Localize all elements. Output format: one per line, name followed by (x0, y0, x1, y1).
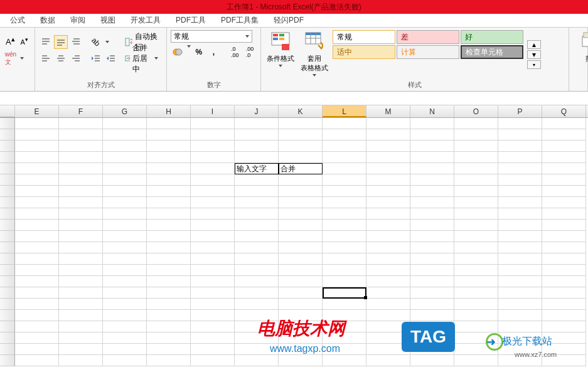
cell[interactable] (366, 355, 410, 366)
cell[interactable] (410, 355, 454, 366)
decrease-indent-button[interactable] (89, 51, 103, 65)
row-header[interactable] (0, 129, 15, 141)
row-header[interactable] (0, 141, 15, 152)
cell[interactable] (191, 231, 235, 242)
cell[interactable] (59, 208, 103, 220)
cell[interactable] (59, 299, 103, 310)
cell[interactable] (410, 152, 454, 163)
cell[interactable] (542, 186, 586, 197)
cell[interactable] (279, 253, 323, 265)
cell[interactable] (323, 208, 366, 220)
col-header-K[interactable]: K (279, 105, 323, 117)
cell[interactable] (454, 332, 498, 344)
orientation-button[interactable]: ab (89, 35, 103, 49)
cell[interactable] (147, 321, 191, 332)
cell[interactable] (366, 287, 410, 299)
row-header[interactable] (0, 265, 15, 276)
cell[interactable] (103, 265, 147, 276)
cell[interactable] (235, 287, 279, 299)
cell[interactable] (191, 321, 235, 332)
cell[interactable] (279, 344, 323, 355)
cell[interactable] (103, 310, 147, 321)
cell[interactable] (542, 163, 586, 174)
cell[interactable] (454, 141, 498, 152)
cell[interactable] (279, 265, 323, 276)
row-header[interactable] (0, 332, 15, 344)
row-header[interactable] (0, 197, 15, 208)
cell[interactable] (279, 310, 323, 321)
cell[interactable] (323, 265, 366, 276)
dropdown-icon[interactable] (105, 41, 109, 43)
phonetic-button[interactable]: wén文 (4, 51, 18, 65)
col-header-E[interactable]: E (15, 105, 59, 117)
cell[interactable] (410, 265, 454, 276)
cell[interactable] (366, 208, 410, 220)
cell[interactable] (366, 197, 410, 208)
cell[interactable] (103, 321, 147, 332)
cell[interactable] (454, 118, 498, 129)
cell[interactable] (454, 310, 498, 321)
tab-data[interactable]: 数据 (34, 13, 61, 28)
cell[interactable] (410, 344, 454, 355)
cell[interactable] (59, 129, 103, 141)
dropdown-icon[interactable] (20, 57, 24, 60)
cell[interactable] (147, 163, 191, 174)
cell[interactable] (103, 152, 147, 163)
cell[interactable] (59, 242, 103, 253)
cell[interactable] (323, 276, 366, 287)
cell[interactable] (410, 299, 454, 310)
cell[interactable] (323, 242, 366, 253)
cell[interactable] (323, 220, 366, 231)
cell[interactable] (235, 118, 279, 129)
cell[interactable] (59, 253, 103, 265)
cell[interactable] (323, 310, 366, 321)
decrease-decimal-button[interactable]: .00.0 (243, 45, 257, 59)
cell[interactable] (542, 355, 586, 366)
cell[interactable] (366, 186, 410, 197)
increase-indent-button[interactable] (104, 51, 118, 65)
cell[interactable] (191, 276, 235, 287)
cell[interactable] (498, 118, 542, 129)
style-check[interactable]: 检查单元格 (461, 45, 523, 59)
cell[interactable] (454, 321, 498, 332)
cell[interactable] (323, 299, 366, 310)
style-bad[interactable]: 差 (397, 30, 459, 44)
cell[interactable] (59, 310, 103, 321)
cell[interactable] (279, 299, 323, 310)
cell[interactable] (147, 118, 191, 129)
cell[interactable] (323, 118, 366, 129)
col-header-M[interactable]: M (366, 105, 410, 117)
cell[interactable] (235, 174, 279, 186)
cell[interactable] (366, 163, 410, 174)
align-bottom-button[interactable] (69, 35, 83, 49)
cell[interactable] (15, 231, 59, 242)
cell[interactable] (147, 287, 191, 299)
cell[interactable] (235, 231, 279, 242)
cell[interactable] (542, 265, 586, 276)
cell[interactable] (15, 186, 59, 197)
row-header[interactable] (0, 299, 15, 310)
cell[interactable] (542, 141, 586, 152)
cell[interactable] (191, 129, 235, 141)
cell[interactable] (235, 299, 279, 310)
cell[interactable] (498, 310, 542, 321)
cell[interactable] (15, 332, 59, 344)
cells-area[interactable]: 输入文字合并 (15, 118, 586, 366)
cell[interactable] (15, 197, 59, 208)
col-header-F[interactable]: F (59, 105, 103, 117)
cell[interactable] (191, 152, 235, 163)
cell[interactable] (323, 163, 366, 174)
cell[interactable] (410, 220, 454, 231)
cell[interactable] (191, 163, 235, 174)
cell[interactable] (542, 287, 586, 299)
cell[interactable] (410, 321, 454, 332)
increase-font-button[interactable]: A▴ (4, 34, 17, 48)
cell[interactable] (279, 152, 323, 163)
align-left-button[interactable] (39, 51, 53, 65)
cell[interactable] (59, 152, 103, 163)
cell[interactable] (279, 174, 323, 186)
cell[interactable] (147, 276, 191, 287)
cell[interactable] (542, 231, 586, 242)
cell[interactable] (191, 332, 235, 344)
cell[interactable] (454, 265, 498, 276)
